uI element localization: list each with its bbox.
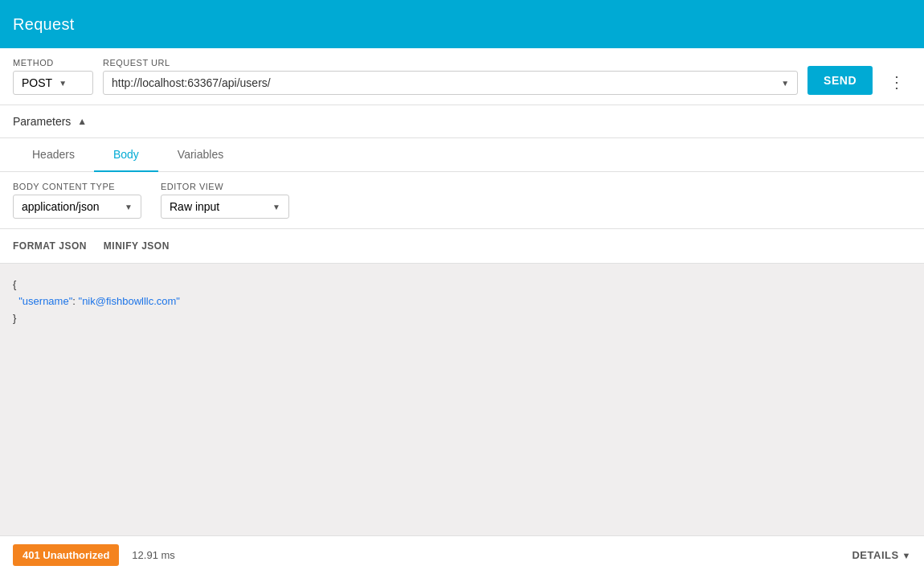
code-key: "username" bbox=[18, 295, 72, 307]
tab-variables[interactable]: Variables bbox=[158, 138, 243, 172]
method-select[interactable]: POST ▼ bbox=[13, 71, 93, 95]
url-label: Request URL bbox=[103, 58, 798, 68]
content-type-group: Body content type application/json ▼ bbox=[13, 182, 141, 219]
url-group: Request URL ▼ bbox=[103, 58, 798, 95]
tab-body[interactable]: Body bbox=[94, 138, 158, 172]
content-type-select[interactable]: application/json ▼ bbox=[13, 195, 141, 219]
collapse-icon[interactable]: ▲ bbox=[77, 116, 87, 127]
editor-view-value: Raw input bbox=[170, 200, 219, 213]
url-chevron-down-icon: ▼ bbox=[781, 79, 789, 88]
send-button[interactable]: SEND bbox=[807, 66, 873, 95]
header: Request bbox=[0, 0, 924, 48]
content-type-label: Body content type bbox=[13, 182, 141, 191]
editor-view-label: Editor view bbox=[161, 182, 289, 191]
editor-view-group: Editor view Raw input ▼ bbox=[161, 182, 289, 219]
parameters-label: Parameters bbox=[13, 115, 71, 128]
method-label: Method bbox=[13, 58, 93, 68]
more-options-icon[interactable]: ⋮ bbox=[882, 69, 911, 95]
code-value: "nik@fishbowlllc.com" bbox=[79, 295, 180, 307]
page-title: Request bbox=[13, 15, 75, 34]
code-line-3: } bbox=[13, 310, 911, 327]
code-line-2: "username": "nik@fishbowlllc.com" bbox=[13, 293, 911, 310]
code-colon: : bbox=[72, 295, 78, 307]
minify-json-button[interactable]: MINIFY JSON bbox=[104, 236, 179, 256]
editor-view-select[interactable]: Raw input ▼ bbox=[161, 195, 289, 219]
method-value: POST bbox=[22, 76, 52, 89]
open-brace: { bbox=[13, 278, 16, 290]
url-section: Method POST ▼ Request URL ▼ SEND ⋮ bbox=[0, 48, 924, 105]
content-type-chevron-icon: ▼ bbox=[125, 203, 133, 211]
status-time: 12.91 ms bbox=[132, 549, 174, 561]
code-line-1: { bbox=[13, 277, 911, 293]
details-label: DETAILS bbox=[852, 549, 898, 561]
body-controls: Body content type application/json ▼ Edi… bbox=[0, 172, 924, 229]
close-brace: } bbox=[13, 312, 16, 324]
details-chevron-icon: ▼ bbox=[902, 551, 911, 560]
main-content: Method POST ▼ Request URL ▼ SEND ⋮ Param… bbox=[0, 48, 924, 535]
code-editor[interactable]: { "username": "nik@fishbowlllc.com" } bbox=[0, 264, 924, 535]
status-bar: 401 Unauthorized 12.91 ms DETAILS ▼ bbox=[0, 535, 924, 574]
url-input[interactable] bbox=[112, 76, 775, 89]
url-input-wrapper: ▼ bbox=[103, 71, 798, 95]
parameters-section: Parameters ▲ bbox=[0, 105, 924, 138]
format-json-button[interactable]: FORMAT JSON bbox=[13, 236, 96, 256]
tabs: Headers Body Variables bbox=[0, 138, 924, 172]
chevron-down-icon: ▼ bbox=[59, 79, 67, 88]
json-actions: FORMAT JSON MINIFY JSON bbox=[0, 229, 924, 264]
status-badge: 401 Unauthorized bbox=[13, 544, 119, 566]
editor-view-chevron-icon: ▼ bbox=[272, 203, 280, 211]
details-link[interactable]: DETAILS ▼ bbox=[852, 549, 911, 561]
tab-headers[interactable]: Headers bbox=[13, 138, 94, 172]
action-separator bbox=[96, 236, 104, 256]
content-type-value: application/json bbox=[22, 200, 100, 213]
method-group: Method POST ▼ bbox=[13, 58, 93, 95]
